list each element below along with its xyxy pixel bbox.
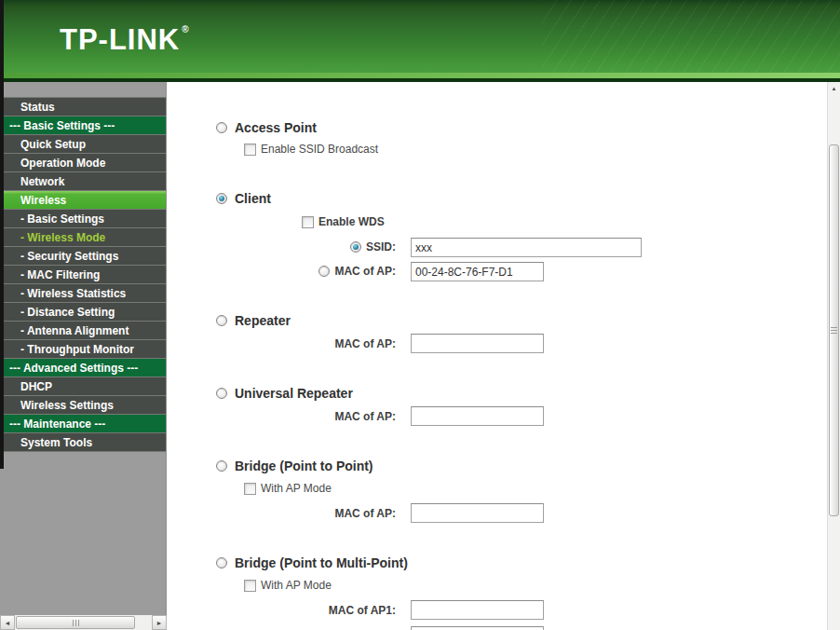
sidebar-item-wireless-basic-settings[interactable]: - Basic Settings — [4, 209, 166, 227]
header-rays-decoration — [542, 0, 840, 73]
sidebar-section-basic-settings: --- Basic Settings --- — [4, 116, 166, 134]
bridge-ptmp-radio[interactable] — [216, 557, 227, 568]
thumb-grip — [78, 620, 79, 626]
client-mac-radio[interactable] — [318, 266, 330, 277]
sidebar-item-dhcp[interactable]: DHCP — [4, 377, 166, 395]
sidebar-item-quick-setup[interactable]: Quick Setup — [4, 134, 166, 153]
bridge-ptp-ap-mode-checkbox[interactable] — [244, 483, 256, 495]
enable-wds-checkbox[interactable] — [302, 216, 314, 228]
scroll-left-arrow-icon[interactable]: ◄ — [0, 615, 15, 630]
sidebar-item-status[interactable]: Status — [4, 97, 166, 116]
sidebar-item-operation-mode[interactable]: Operation Mode — [4, 153, 166, 171]
bridge-ptmp-ap-mode-checkbox[interactable] — [244, 580, 256, 592]
bridge-ptmp-mac2-input[interactable] — [411, 626, 544, 630]
window-left-edge — [0, 0, 4, 469]
repeater-label: Repeater — [235, 313, 291, 328]
access-point-label: Access Point — [235, 120, 317, 135]
sidebar-nav: Status --- Basic Settings --- Quick Setu… — [0, 82, 167, 630]
sidebar-item-wireless-statistics[interactable]: - Wireless Statistics — [4, 283, 166, 302]
repeater-mac-label: MAC of AP: — [334, 337, 396, 350]
enable-ssid-broadcast-checkbox[interactable] — [244, 144, 256, 156]
client-mac-label: MAC of AP: — [334, 265, 396, 278]
bridge-ptp-ap-mode-label: With AP Mode — [261, 482, 332, 495]
bridge-ptmp-ap-mode-label: With AP Mode — [261, 579, 332, 592]
vertical-scrollbar-thumb[interactable] — [829, 144, 839, 516]
sidebar-menu: Status --- Basic Settings --- Quick Setu… — [4, 97, 166, 452]
scroll-up-arrow-icon[interactable]: ▲ — [828, 82, 840, 96]
menu-end-divider — [4, 451, 166, 452]
bridge-ptp-radio[interactable] — [216, 460, 227, 472]
client-mac-input[interactable] — [411, 262, 544, 281]
bridge-ptp-mac-input[interactable] — [411, 503, 544, 523]
vertical-scrollbar[interactable]: ▲ — [827, 82, 840, 630]
sidebar-item-system-tools[interactable]: System Tools — [4, 432, 166, 451]
sidebar-item-wireless[interactable]: Wireless — [4, 190, 166, 209]
repeater-radio[interactable] — [216, 315, 227, 326]
client-radio[interactable] — [216, 193, 227, 204]
thumb-grip — [73, 620, 74, 626]
sidebar-section-maintenance: --- Maintenance --- — [4, 414, 166, 432]
router-admin-page: TP-LINK® Status --- Basic Settings --- Q… — [0, 0, 840, 630]
sidebar-section-advanced-settings: --- Advanced Settings --- — [4, 358, 166, 377]
sidebar-item-distance-setting[interactable]: - Distance Setting — [4, 302, 166, 321]
thumb-grip — [831, 327, 837, 328]
scroll-right-arrow-icon[interactable]: ► — [152, 615, 167, 630]
sidebar-horizontal-scrollbar[interactable]: ◄ ► — [0, 615, 167, 630]
logo-text: TP-LINK — [60, 23, 180, 56]
thumb-grip — [831, 330, 837, 331]
bridge-ptmp-label: Bridge (Point to Multi-Point) — [235, 555, 408, 570]
sidebar-item-network[interactable]: Network — [4, 171, 166, 190]
sidebar-item-wireless-mode[interactable]: - Wireless Mode — [4, 227, 166, 246]
sidebar-item-wireless-settings[interactable]: Wireless Settings — [4, 395, 166, 414]
horizontal-scrollbar-thumb[interactable] — [16, 616, 135, 629]
universal-repeater-radio[interactable] — [216, 388, 227, 399]
client-ssid-label: SSID: — [366, 240, 396, 253]
sidebar-item-antenna-alignment[interactable]: - Antenna Alignment — [4, 321, 166, 339]
enable-wds-label: Enable WDS — [318, 215, 385, 228]
access-point-radio[interactable] — [216, 122, 227, 133]
sidebar-item-security-settings[interactable]: - Security Settings — [4, 246, 166, 265]
header: TP-LINK® — [0, 0, 840, 82]
thumb-grip — [75, 620, 76, 626]
sidebar-item-mac-filtering[interactable]: - MAC Filtering — [4, 265, 166, 283]
client-ssid-radio[interactable] — [350, 241, 361, 253]
thumb-grip — [831, 333, 837, 334]
sidebar-item-throughput-monitor[interactable]: - Throughput Monitor — [4, 339, 166, 358]
bridge-ptp-mac-label: MAC of AP: — [334, 507, 396, 520]
tplink-logo: TP-LINK® — [60, 23, 190, 57]
enable-ssid-broadcast-label: Enable SSID Broadcast — [261, 143, 378, 156]
universal-repeater-mac-label: MAC of AP: — [334, 410, 396, 423]
repeater-mac-input[interactable] — [411, 334, 544, 353]
bridge-ptp-label: Bridge (Point to Point) — [235, 459, 373, 473]
universal-repeater-mac-input[interactable] — [411, 406, 544, 426]
client-label: Client — [235, 191, 271, 206]
universal-repeater-label: Universal Repeater — [235, 386, 353, 401]
wireless-mode-form: Access Point Enable SSID Broadcast Clien… — [168, 82, 827, 630]
bridge-ptmp-mac1-input[interactable] — [411, 600, 544, 620]
client-ssid-input[interactable] — [411, 238, 642, 257]
registered-trademark: ® — [182, 24, 189, 34]
bridge-ptmp-mac1-label: MAC of AP1: — [329, 604, 396, 617]
